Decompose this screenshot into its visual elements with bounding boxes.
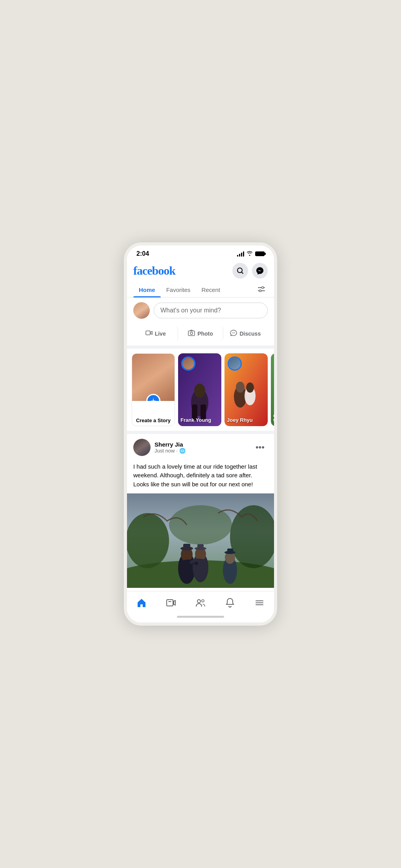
post-actions-bar: Live Photo Discuss — [127, 323, 274, 349]
discuss-button[interactable]: Discuss — [223, 327, 268, 341]
post-composer[interactable]: What's on your mind? — [127, 297, 274, 323]
svg-rect-5 — [146, 331, 150, 335]
stories-section: + Create a Story — [127, 349, 274, 434]
svg-point-4 — [259, 290, 261, 292]
tab-home[interactable]: Home — [133, 283, 161, 297]
post-text: I had such a lovely time at our ride tog… — [127, 461, 274, 494]
friends-icon — [195, 598, 206, 608]
svg-point-26 — [127, 513, 169, 568]
post-container: Sherry Jia Just now · 🌐 ••• I had such a… — [127, 434, 274, 588]
post-image-svg — [127, 493, 274, 588]
messenger-button[interactable] — [252, 263, 268, 279]
signal-icon — [237, 251, 244, 257]
svg-rect-36 — [197, 544, 204, 549]
post-privacy-icon: 🌐 — [179, 448, 186, 454]
bottom-nav — [127, 591, 274, 613]
status-bar: 2:04 — [127, 246, 274, 260]
joey-avatar-ring — [228, 356, 242, 371]
svg-point-13 — [194, 384, 205, 398]
post-user-info: Sherry Jia Just now · 🌐 — [155, 441, 248, 454]
live-icon — [145, 330, 153, 337]
nav-notifications[interactable] — [215, 595, 245, 610]
svg-point-18 — [236, 382, 245, 393]
post-user-avatar — [133, 439, 151, 456]
photo-label: Photo — [197, 331, 213, 337]
status-time: 2:04 — [136, 250, 149, 257]
svg-rect-43 — [168, 601, 171, 602]
svg-point-20 — [246, 382, 254, 393]
app-header: facebook — [127, 260, 274, 283]
svg-point-7 — [190, 332, 193, 334]
joey-story-name: Joey Rhyu — [227, 417, 265, 423]
status-icons — [237, 251, 265, 257]
user-avatar — [133, 302, 150, 319]
discuss-icon — [230, 330, 237, 338]
header-actions — [232, 263, 268, 279]
discuss-label: Discuss — [239, 331, 261, 337]
svg-point-2 — [262, 287, 264, 289]
post-timestamp: Just now — [155, 448, 175, 454]
photo-button[interactable]: Photo — [178, 327, 223, 341]
feed-filter-button[interactable] — [255, 283, 268, 296]
sherry-avatar — [133, 439, 151, 456]
post-image — [127, 493, 274, 588]
svg-rect-6 — [188, 331, 195, 336]
svg-point-10 — [234, 332, 235, 333]
wifi-icon — [246, 251, 253, 257]
chels-wells-story[interactable]: ChelsWells — [271, 353, 274, 426]
post-username: Sherry Jia — [155, 441, 248, 448]
facebook-logo: facebook — [133, 264, 175, 277]
create-story-card[interactable]: + Create a Story — [132, 353, 175, 426]
svg-rect-32 — [183, 544, 190, 549]
video-icon — [166, 598, 176, 608]
live-button[interactable]: Live — [133, 327, 178, 341]
nav-tabs: Home Favorites Recent — [127, 283, 274, 297]
photo-icon — [188, 330, 195, 338]
frank-story-name: Frank Young — [180, 417, 219, 423]
post-meta: Just now · 🌐 — [155, 448, 248, 454]
menu-icon — [254, 598, 265, 608]
search-button[interactable] — [232, 263, 248, 279]
frank-young-story[interactable]: Frank Young — [178, 353, 221, 426]
post-more-button[interactable]: ••• — [252, 441, 268, 454]
svg-rect-41 — [167, 600, 173, 606]
nav-home[interactable] — [127, 595, 156, 610]
nav-menu[interactable] — [245, 595, 274, 610]
create-story-label: Create a Story — [134, 417, 172, 423]
svg-point-8 — [232, 332, 233, 333]
home-indicator — [127, 613, 274, 622]
stories-row: + Create a Story — [127, 353, 274, 426]
nav-friends[interactable] — [186, 595, 215, 610]
chels-story-name: ChelsWells — [273, 414, 274, 423]
live-label: Live — [155, 331, 166, 337]
phone-frame: 2:04 facebook — [124, 242, 277, 626]
composer-input[interactable]: What's on your mind? — [154, 303, 268, 318]
svg-rect-40 — [227, 549, 233, 553]
tab-favorites[interactable]: Favorites — [161, 283, 196, 297]
bell-icon — [225, 598, 235, 608]
svg-point-44 — [197, 600, 200, 603]
post-header: Sherry Jia Just now · 🌐 ••• — [127, 434, 274, 461]
joey-rhyu-story[interactable]: Joey Rhyu — [224, 353, 268, 426]
frank-avatar-ring — [181, 356, 195, 371]
svg-point-45 — [202, 600, 204, 602]
svg-marker-42 — [174, 600, 175, 605]
nav-video[interactable] — [156, 595, 186, 610]
tab-recent[interactable]: Recent — [196, 283, 226, 297]
svg-point-9 — [233, 332, 234, 333]
home-indicator-bar — [177, 616, 224, 618]
home-icon — [136, 598, 147, 608]
battery-icon — [255, 251, 265, 256]
